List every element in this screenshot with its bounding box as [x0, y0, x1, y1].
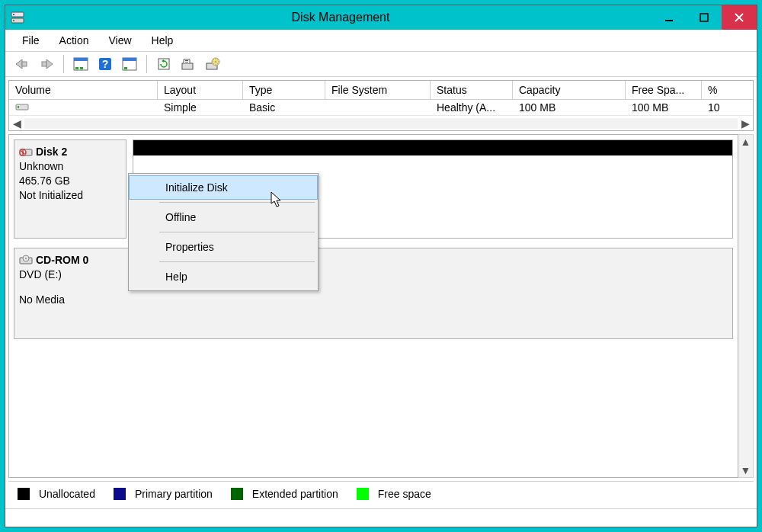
svg-rect-3: [13, 14, 14, 15]
svg-rect-5: [700, 14, 708, 21]
cell-capacity: 100 MB: [513, 100, 626, 115]
legend-unallocated: Unallocated: [39, 488, 95, 500]
svg-rect-4: [665, 20, 673, 21]
svg-rect-1: [13, 20, 14, 21]
scroll-up-icon[interactable]: ▲: [738, 135, 753, 149]
app-icon: [10, 10, 25, 25]
unallocated-bar: [133, 140, 732, 155]
toolbar-divider: [63, 55, 64, 73]
titlebar[interactable]: Disk Management: [5, 5, 757, 30]
svg-rect-16: [124, 67, 127, 69]
menu-view[interactable]: View: [99, 31, 140, 50]
disk-2-row[interactable]: Disk 2 Unknown 465.76 GB Not Initialized: [14, 139, 733, 239]
menubar: File Action View Help: [5, 30, 757, 51]
maximize-button[interactable]: [687, 5, 722, 30]
svg-rect-11: [80, 67, 83, 69]
menu-offline[interactable]: Offline: [129, 205, 318, 229]
svg-rect-19: [185, 60, 188, 61]
scroll-track[interactable]: [24, 118, 738, 129]
swatch-primary: [114, 488, 126, 500]
show-hide-console-tree-icon[interactable]: [72, 55, 90, 73]
col-filesystem[interactable]: File System: [325, 81, 431, 99]
svg-rect-25: [18, 106, 19, 108]
svg-rect-6: [22, 62, 27, 66]
disk-name: Disk 2: [36, 145, 67, 159]
scroll-down-icon[interactable]: ▼: [738, 463, 753, 477]
forward-button[interactable]: [37, 55, 56, 73]
volume-row[interactable]: Simple Basic Healthy (A... 100 MB 100 MB…: [9, 100, 753, 115]
svg-rect-10: [75, 67, 78, 69]
minimize-button[interactable]: [652, 5, 687, 30]
cell-free: 100 MB: [626, 100, 702, 115]
menu-help[interactable]: Help: [129, 264, 318, 289]
col-status[interactable]: Status: [431, 81, 513, 99]
rescan-disks-icon[interactable]: [179, 55, 197, 73]
legend-primary: Primary partition: [135, 488, 213, 500]
svg-point-30: [25, 258, 27, 259]
col-type[interactable]: Type: [243, 81, 325, 99]
disk-content: Disk 2 Unknown 465.76 GB Not Initialized…: [8, 134, 738, 478]
svg-text:?: ?: [102, 58, 109, 70]
cdrom-media: No Media: [19, 293, 728, 307]
col-freespace[interactable]: Free Spa...: [626, 81, 702, 99]
col-layout[interactable]: Layout: [158, 81, 243, 99]
settings-view-icon[interactable]: [120, 55, 139, 73]
menu-separator: [159, 261, 315, 262]
cell-fs: [325, 100, 431, 115]
menu-help[interactable]: Help: [142, 31, 183, 50]
svg-rect-15: [123, 58, 136, 61]
disk-state: Not Initialized: [19, 188, 121, 203]
disk-error-icon: [19, 146, 33, 157]
svg-point-23: [215, 61, 216, 62]
cdrom-drive: DVD (E:): [19, 268, 728, 282]
disk-size: 465.76 GB: [19, 174, 121, 188]
svg-rect-7: [42, 62, 46, 66]
svg-rect-18: [182, 63, 193, 69]
menu-initialize-disk[interactable]: Initialize Disk: [129, 175, 318, 200]
menu-file[interactable]: File: [13, 31, 49, 50]
swatch-freespace: [357, 488, 369, 500]
close-button[interactable]: [722, 5, 757, 30]
disk-graphical-view: Disk 2 Unknown 465.76 GB Not Initialized…: [8, 134, 754, 478]
cell-layout: Simple: [158, 100, 243, 115]
more-actions-icon[interactable]: [203, 55, 222, 73]
menu-separator: [159, 202, 315, 203]
refresh-icon[interactable]: [155, 55, 173, 73]
toolbar: ?: [5, 51, 757, 77]
legend-extended: Extended partition: [252, 488, 338, 500]
disk-2-info[interactable]: Disk 2 Unknown 465.76 GB Not Initialized: [14, 139, 126, 239]
cdrom-name: CD-ROM 0: [36, 253, 88, 268]
context-menu: Initialize Disk Offline Properties Help: [128, 173, 319, 291]
svg-rect-20: [185, 62, 188, 62]
volume-list: Volume Layout Type File System Status Ca…: [8, 80, 754, 131]
cell-type: Basic: [243, 100, 325, 115]
swatch-extended: [231, 488, 243, 500]
help-icon[interactable]: ?: [96, 55, 114, 73]
legend-freespace: Free space: [378, 488, 431, 500]
cell-pct: 10: [702, 100, 725, 115]
statusbar: [5, 508, 757, 527]
horizontal-scrollbar[interactable]: ◀ ▶: [9, 115, 753, 130]
volume-list-header: Volume Layout Type File System Status Ca…: [9, 81, 753, 100]
cdrom-icon: [19, 255, 33, 265]
col-capacity[interactable]: Capacity: [513, 81, 626, 99]
cell-status: Healthy (A...: [431, 100, 513, 115]
window-buttons: [652, 5, 757, 30]
disk-kind: Unknown: [19, 159, 121, 174]
back-button[interactable]: [13, 55, 31, 73]
menu-action[interactable]: Action: [50, 31, 98, 50]
col-volume[interactable]: Volume: [9, 81, 158, 99]
scroll-left-icon[interactable]: ◀: [9, 117, 24, 130]
cdrom-row[interactable]: CD-ROM 0 DVD (E:) No Media: [14, 248, 733, 339]
menu-separator: [159, 232, 315, 232]
toolbar-divider: [146, 55, 147, 73]
window-title: Disk Management: [30, 11, 652, 24]
scroll-right-icon[interactable]: ▶: [738, 117, 753, 130]
menu-properties[interactable]: Properties: [129, 235, 318, 259]
svg-rect-9: [74, 58, 88, 61]
cdrom-info[interactable]: CD-ROM 0 DVD (E:) No Media: [14, 248, 733, 339]
col-percent[interactable]: %: [702, 81, 725, 99]
swatch-unallocated: [18, 488, 30, 500]
vertical-scrollbar[interactable]: ▲ ▼: [738, 134, 754, 478]
disk-management-window: Disk Management File Action View Help ? …: [5, 5, 757, 527]
